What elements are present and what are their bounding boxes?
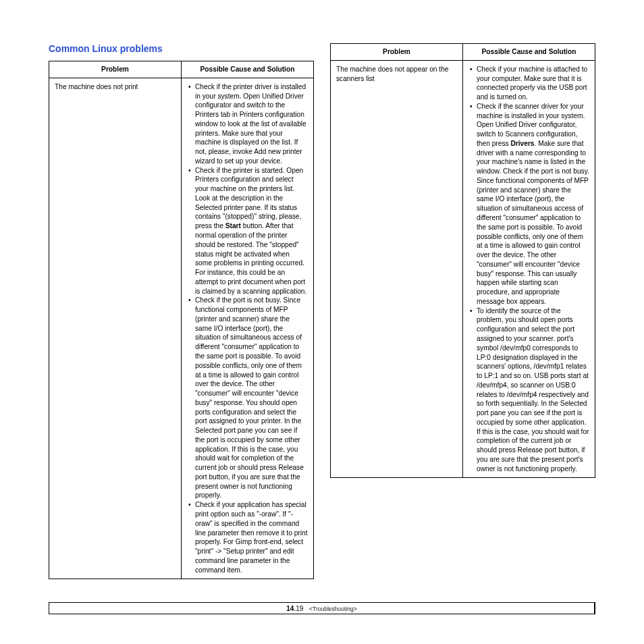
solution-bullet: Check if the port is not busy. Since fun… [195,296,308,500]
page-number: .19 [294,605,303,612]
table-row: The machine does not print Check if the … [49,78,314,579]
breadcrumb: <Troubleshooting> [309,606,357,612]
solution-bullet: To identify the source of the problem, y… [477,306,589,474]
solution-bullet: Check if the printer driver is installed… [195,82,308,166]
solution-bullet: Check if your machine is attached to you… [477,65,589,102]
col-header-problem: Problem [49,61,182,78]
section-heading: Common Linux problems [49,43,314,54]
page-footer: 14.19 <Troubleshooting> [49,602,595,614]
solution-bullet: Check if the scanner driver for your mac… [477,102,589,306]
troubleshooting-table-left: Problem Possible Cause and Solution The … [49,61,314,579]
solution-cell: Check if the printer driver is installed… [182,78,314,579]
col-header-solution: Possible Cause and Solution [463,44,595,61]
solution-bullet: Check if the printer is started. Open Pr… [195,166,308,296]
problem-cell: The machine does not appear on the scann… [331,60,463,478]
solution-bullet: Check if your application has special pr… [195,500,308,574]
problem-cell: The machine does not print [49,78,182,579]
chapter-number: 14 [286,605,294,612]
left-column: Common Linux problems Problem Possible C… [49,43,314,579]
solution-cell: Check if your machine is attached to you… [463,60,595,478]
right-column: Problem Possible Cause and Solution The … [330,43,595,478]
troubleshooting-table-right: Problem Possible Cause and Solution The … [330,43,595,478]
col-header-problem: Problem [331,44,463,61]
col-header-solution: Possible Cause and Solution [182,61,314,78]
table-row: The machine does not appear on the scann… [331,60,595,478]
